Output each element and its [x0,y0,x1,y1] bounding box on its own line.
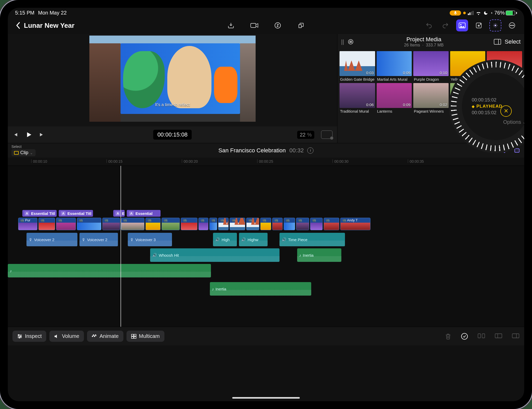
bottom-toolbar: Inspect Volume Animate Multicam [8,327,524,345]
select-mode-label: Select [11,145,36,149]
enable-button[interactable] [461,333,468,340]
svg-rect-0 [468,13,469,15]
video-clip[interactable]: 📹 [218,218,229,230]
video-clip[interactable]: 📹 [209,218,217,230]
audio-clip[interactable]: Inertia [210,282,311,296]
zoom-percent[interactable]: 22% [297,131,314,139]
jog-mode-label[interactable]: PLAYHEAD [472,104,502,109]
timeline-body[interactable]: Essential TitlEssential TitlEsEssential📹… [8,166,524,327]
svg-rect-32 [482,334,485,338]
audio-clip[interactable]: 🎙Voiceover 3 [128,233,172,246]
storyline-title: San Francisco Celebration [218,147,286,154]
chevron-down-icon: ⌄ [30,151,33,155]
select-mode-picker[interactable]: Clip ⌄ [11,149,36,156]
video-clip[interactable]: 📹 [102,218,120,230]
ruler-mark: 00:00:25 [257,159,273,163]
audio-clip[interactable]: 🔊High [213,233,237,246]
undo-button[interactable] [423,19,435,31]
svg-rect-15 [494,39,501,44]
animate-button[interactable]: Animate [87,331,123,342]
video-clip[interactable]: 📹 [230,218,245,230]
video-clip[interactable]: 📹 [272,218,283,230]
audio-clip[interactable]: 🎙Voiceover 2 [79,233,118,246]
browser-list-button[interactable] [348,39,354,45]
import-button[interactable] [225,19,237,31]
charging-icon [490,11,493,15]
audio-clip[interactable]: Inertia [297,248,341,262]
audio-clip[interactable]: 🎙Voiceover 2 [26,233,77,246]
video-clip[interactable]: 📹 Pur [18,218,37,230]
prev-frame-button[interactable] [12,132,18,138]
media-item[interactable]: 0:09Martial Arts Mural [377,51,412,81]
svg-point-7 [460,24,462,25]
media-item[interactable]: 0:03Golden Gate Bridge [340,51,375,81]
more-button[interactable] [506,19,518,31]
video-clip[interactable]: 📹 [284,218,295,230]
multicam-button[interactable]: Multicam [127,331,164,342]
trim-start-button[interactable] [495,333,502,340]
video-clip[interactable]: 📹 [77,218,101,230]
split-button[interactable] [477,333,485,340]
media-item[interactable]: 0:02Pageant Winners [413,83,449,113]
jog-close-button[interactable]: ✕ [500,105,512,117]
svg-rect-1 [469,12,470,15]
svg-rect-33 [495,334,502,338]
audio-clip[interactable]: 🔊Highw [239,233,268,246]
view-options-button[interactable] [321,131,332,139]
audio-clip[interactable]: 🔊Whoosh Hit [150,248,280,262]
jog-options-button[interactable]: Options ⌄ [503,119,524,125]
svg-rect-3 [473,11,474,15]
delete-button[interactable] [445,333,451,340]
video-clip[interactable]: 📹 [246,218,259,230]
title-clip[interactable]: Essential Titl [22,210,57,217]
media-item[interactable]: 0:10Purple Dragon [413,51,449,81]
back-button[interactable] [14,22,24,29]
media-browser-button[interactable] [456,19,468,31]
title-clip[interactable]: Essential Titl [59,210,93,217]
inspect-button[interactable]: Inspect [12,331,46,342]
live-drawing-button[interactable] [489,19,501,31]
viewer-panel: It's a time to reflect 00:00:15:08 22% [8,34,337,143]
redo-button[interactable] [440,19,451,31]
browser-collapse-button[interactable]: || [341,38,344,45]
video-clip[interactable]: 📹 [181,218,197,230]
video-clip[interactable]: 📹 [121,218,144,230]
video-clip[interactable]: 📹 [145,218,161,230]
storyline-info-button[interactable]: i [307,147,314,154]
share-button[interactable] [295,19,307,31]
video-clip[interactable]: 📹 [324,218,339,230]
volume-button[interactable]: Volume [49,331,84,342]
title-clip[interactable]: Es [113,210,125,217]
video-clip[interactable]: 📹 [38,218,55,230]
media-item[interactable]: 0:09Lanterns [377,83,412,113]
viewer-canvas[interactable]: It's a time to reflect [89,36,256,122]
voiceover-button[interactable] [272,19,284,31]
audio-clip[interactable]: 🔊Time Piece [280,233,345,246]
storyline-duration: 00:32 [289,147,304,154]
timeline-ruler[interactable]: 00:00:1000:00:1500:00:2000:00:2500:00:30… [8,158,524,166]
jog-timecode-top: 00:00:15:02 [472,97,496,103]
title-clip[interactable]: Essential [127,210,161,217]
media-select-button[interactable]: Select [505,38,521,45]
video-clip[interactable]: 📹 [162,218,180,230]
audio-clip[interactable] [8,264,211,277]
timecode-display[interactable]: 00:00:15:08 [153,130,192,140]
video-clip[interactable]: 📹 [198,218,208,230]
svg-point-11 [510,25,511,26]
play-button[interactable] [25,131,32,138]
video-clip[interactable]: 📹 [260,218,271,230]
content-browser-button[interactable] [473,19,485,31]
browser-layout-button[interactable] [494,39,501,45]
video-clip[interactable]: 📹 Andy T [340,218,370,230]
video-clip[interactable]: 📹 [56,218,76,230]
trim-end-button[interactable] [512,333,520,340]
playhead[interactable] [121,166,121,327]
camera-button[interactable] [248,19,260,31]
svg-rect-2 [471,12,472,15]
status-bar: 5:15 PM Mon May 22 76% [8,8,524,17]
next-frame-button[interactable] [39,132,45,138]
media-item[interactable]: 0:06Traditional Mural [340,83,375,113]
video-clip[interactable]: 📹 [296,218,309,230]
video-clip[interactable]: 📹 [310,218,323,230]
home-indicator[interactable] [232,397,300,399]
